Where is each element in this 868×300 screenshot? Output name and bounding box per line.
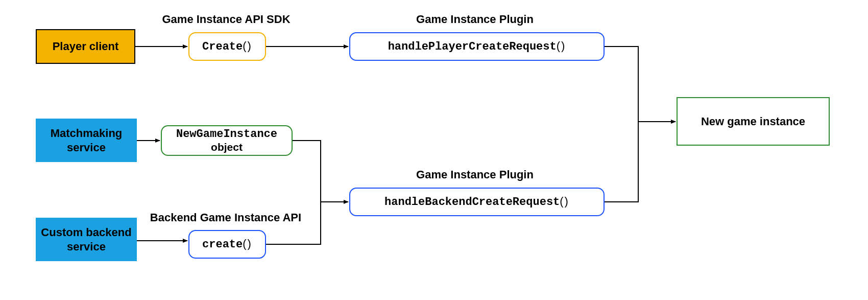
create-sdk-text: Create() bbox=[202, 39, 252, 54]
handle-player-box: handlePlayerCreateRequest() bbox=[349, 32, 605, 61]
handle-player-text: handlePlayerCreateRequest() bbox=[388, 39, 566, 54]
newgameinstance-l2: object bbox=[211, 141, 243, 153]
create-backend-text: create() bbox=[202, 237, 252, 252]
arrow-ngi-handlebackend bbox=[293, 141, 348, 202]
arrow-handleplayer-result bbox=[605, 47, 676, 122]
new-game-instance-result-label: New game instance bbox=[701, 114, 805, 129]
custom-backend-label: Custom backend service bbox=[36, 225, 137, 253]
create-backend-box: create() bbox=[188, 230, 266, 259]
plugin-bottom-label: Game Instance Plugin bbox=[414, 168, 536, 181]
newgameinstance-l1: NewGameInstance bbox=[176, 128, 277, 141]
plugin-top-label: Game Instance Plugin bbox=[414, 13, 536, 26]
arrow-handlebackend-result bbox=[605, 122, 638, 202]
player-client-box: Player client bbox=[36, 29, 135, 64]
matchmaking-box: Matchmaking service bbox=[36, 119, 137, 162]
backend-api-label: Backend Game Instance API bbox=[147, 211, 305, 224]
create-sdk-box: Create() bbox=[188, 32, 266, 61]
new-game-instance-result-box: New game instance bbox=[677, 97, 830, 146]
custom-backend-box: Custom backend service bbox=[36, 218, 137, 261]
handle-backend-text: handleBackendCreateRequest() bbox=[384, 194, 569, 210]
player-client-label: Player client bbox=[53, 39, 119, 54]
sdk-label: Game Instance API SDK bbox=[160, 13, 293, 26]
newgameinstance-box: NewGameInstance object bbox=[161, 125, 293, 156]
matchmaking-label: Matchmaking service bbox=[36, 126, 137, 154]
handle-backend-box: handleBackendCreateRequest() bbox=[349, 188, 605, 216]
